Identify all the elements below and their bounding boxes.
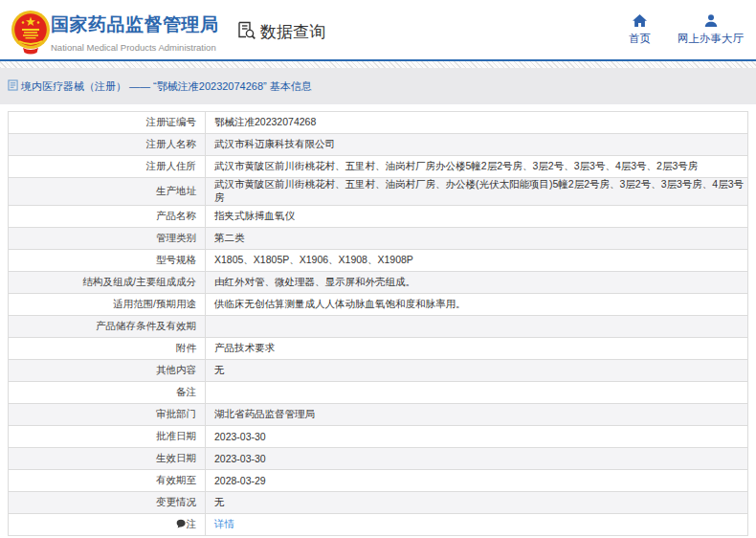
row-value: 武汉市黄陂区前川街桃花村、五里村、油岗村厂房、办公楼(光伏太阳能项目)5幢2层2… (206, 178, 748, 206)
table-row: 审批部门湖北省药品监督管理局 (9, 404, 748, 426)
row-label: 备注 (9, 382, 206, 404)
detail-link[interactable]: 详情 (214, 518, 234, 529)
row-label: 注册人名称 (9, 134, 206, 156)
home-icon (633, 14, 647, 29)
row-value: 无 (206, 360, 748, 382)
row-value: 武汉市科迈康科技有限公司 (206, 134, 748, 156)
note-icon (176, 519, 186, 530)
org-name-en: National Medical Products Administration (51, 42, 219, 53)
row-label-text: 产品名称 (156, 210, 196, 221)
row-value: 第二类 (206, 228, 748, 250)
table-row: 生产地址武汉市黄陂区前川街桃花村、五里村、油岗村厂房、办公楼(光伏太阳能项目)5… (9, 178, 748, 206)
user-icon (704, 14, 718, 29)
nav-service-hall[interactable]: 网上办事大厅 (678, 14, 744, 46)
table-row: 变更情况无 (9, 492, 748, 514)
national-emblem-icon (11, 9, 51, 59)
table-row: 产品名称指夹式脉搏血氧仪 (9, 206, 748, 228)
table-row: 有效期至2028-03-29 (9, 470, 748, 492)
table-row: 适用范围/预期用途供临床无创估算测量成人人体动脉血氧饱和度和脉率用。 (9, 294, 748, 316)
row-value: 产品技术要求 (206, 338, 748, 360)
row-label: 型号规格 (9, 250, 206, 272)
info-table: 注册证编号鄂械注准20232074268注册人名称武汉市科迈康科技有限公司注册人… (8, 111, 748, 536)
row-value: X1805、X1805P、X1906、X1908、X1908P (206, 250, 748, 272)
row-value (206, 382, 748, 404)
row-value: 鄂械注准20232074268 (206, 112, 748, 134)
table-row: 型号规格X1805、X1805P、X1906、X1908、X1908P (9, 250, 748, 272)
row-label-text: 生效日期 (156, 452, 196, 463)
row-label: 生效日期 (9, 448, 206, 470)
table-row: 其他内容无 (9, 360, 748, 382)
row-value: 武汉市黄陂区前川街桃花村、五里村、油岗村厂房办公楼5幢2层2号房、3层2号、3层… (206, 156, 748, 178)
row-label: 批准日期 (9, 426, 206, 448)
row-label-text: 产品储存条件及有效期 (96, 320, 196, 331)
row-label: 结构及组成/主要组成成分 (9, 272, 206, 294)
row-label-text: 型号规格 (156, 254, 196, 265)
row-value: 无 (206, 492, 748, 514)
table-row: 生效日期2023-03-30 (9, 448, 748, 470)
row-value: 详情 (206, 514, 748, 536)
row-label: 注 (9, 514, 206, 536)
table-row: 附件产品技术要求 (9, 338, 748, 360)
row-label-text: 管理类别 (156, 232, 196, 243)
row-value: 2023-03-30 (206, 426, 748, 448)
table-row: 批准日期2023-03-30 (9, 426, 748, 448)
row-label-text: 注册人名称 (146, 138, 197, 149)
row-value: 供临床无创估算测量成人人体动脉血氧饱和度和脉率用。 (206, 294, 748, 316)
nav-service-hall-label: 网上办事大厅 (678, 32, 744, 46)
row-value (206, 316, 748, 338)
info-table-wrap: 注册证编号鄂械注准20232074268注册人名称武汉市科迈康科技有限公司注册人… (8, 111, 748, 536)
table-row: 注册人住所武汉市黄陂区前川街桃花村、五里村、油岗村厂房办公楼5幢2层2号房、3层… (9, 156, 748, 178)
row-label-text: 生产地址 (156, 185, 196, 196)
row-label-text: 附件 (176, 342, 196, 353)
row-label: 生产地址 (9, 178, 206, 206)
row-label-text: 结构及组成/主要组成成分 (83, 276, 196, 287)
row-label-text: 适用范围/预期用途 (113, 298, 196, 309)
header: 国家药品监督管理局 National Medical Products Admi… (0, 0, 756, 61)
breadcrumb: 境内医疗器械（注册） —— “鄂械注准20232074268” 基本信息 (0, 68, 756, 104)
row-label: 其他内容 (9, 360, 206, 382)
nav-home[interactable]: 首页 (629, 14, 651, 46)
row-label-text: 变更情况 (156, 496, 196, 507)
row-value: 2023-03-30 (206, 448, 748, 470)
row-label-text: 注册证编号 (146, 116, 197, 127)
row-label: 注册人住所 (9, 156, 206, 178)
section-title: 数据查询 (260, 21, 325, 43)
breadcrumb-text: 境内医疗器械（注册） —— “鄂械注准20232074268” 基本信息 (21, 79, 312, 94)
row-label-text: 有效期至 (156, 474, 196, 485)
table-row: 产品储存条件及有效期 (9, 316, 748, 338)
row-label: 产品名称 (9, 206, 206, 228)
row-value: 由红外对管、微处理器、显示屏和外壳组成。 (206, 272, 748, 294)
row-label: 附件 (9, 338, 206, 360)
row-label-text: 批准日期 (156, 430, 196, 441)
row-label: 管理类别 (9, 228, 206, 250)
row-label: 适用范围/预期用途 (9, 294, 206, 316)
row-value: 湖北省药品监督管理局 (206, 404, 748, 426)
row-label: 有效期至 (9, 470, 206, 492)
row-label: 变更情况 (9, 492, 206, 514)
row-label-text: 注 (187, 518, 197, 529)
nav-home-label: 首页 (629, 32, 651, 46)
top-nav: 首页 网上办事大厅 (629, 14, 744, 46)
row-label-text: 备注 (176, 386, 196, 397)
row-value: 指夹式脉搏血氧仪 (206, 206, 748, 228)
row-label: 注册证编号 (9, 112, 206, 134)
row-label-text: 其他内容 (156, 364, 196, 375)
hatch-divider (0, 61, 756, 68)
data-query-icon (236, 20, 256, 44)
document-icon (8, 79, 18, 93)
row-value: 2028-03-29 (206, 470, 748, 492)
org-name: 国家药品监督管理局 (51, 12, 219, 37)
row-label: 审批部门 (9, 404, 206, 426)
table-row: 注册证编号鄂械注准20232074268 (9, 112, 748, 134)
row-label-text: 注册人住所 (146, 160, 197, 171)
row-label: 产品储存条件及有效期 (9, 316, 206, 338)
row-label-text: 审批部门 (156, 408, 196, 419)
table-row: 备注 (9, 382, 748, 404)
table-row: 注册人名称武汉市科迈康科技有限公司 (9, 134, 748, 156)
table-row: 结构及组成/主要组成成分由红外对管、微处理器、显示屏和外壳组成。 (9, 272, 748, 294)
table-row: 注详情 (9, 514, 748, 536)
table-row: 管理类别第二类 (9, 228, 748, 250)
